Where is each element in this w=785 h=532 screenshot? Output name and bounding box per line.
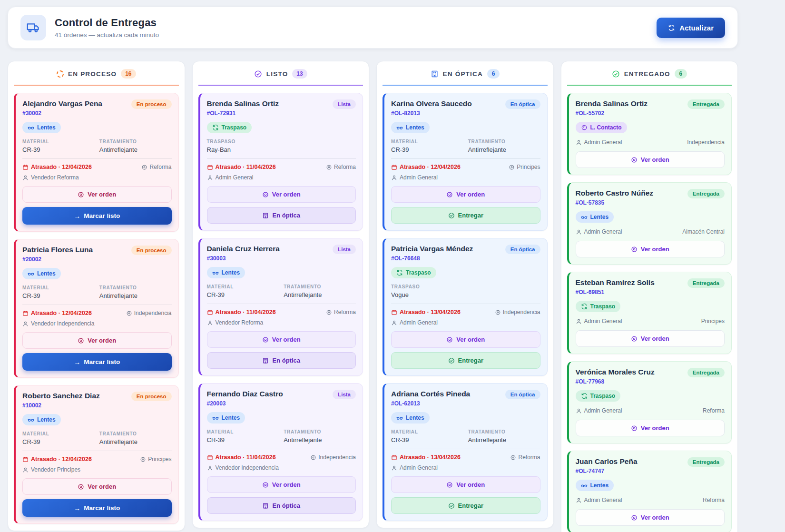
person-icon — [391, 465, 397, 471]
location-icon — [509, 164, 515, 170]
deliver-button[interactable]: Entregar — [391, 497, 540, 514]
person-icon — [576, 229, 582, 235]
column-title: ENTREGADO — [624, 70, 670, 78]
assigned-agent: Admin General — [576, 497, 622, 503]
status-badge: En proceso — [131, 99, 172, 109]
order-card: Adriana Cortés Pineda #OL-62013 En óptic… — [383, 383, 548, 521]
kanban-board: EN PROCESO 16 Alejandro Vargas Pena #300… — [8, 61, 738, 532]
assigned-agent-text: Vendedor Principes — [31, 466, 80, 473]
view-order-button[interactable]: Ver orden — [207, 186, 356, 203]
view-order-label: Ver orden — [641, 156, 669, 163]
view-order-button[interactable]: Ver orden — [576, 151, 725, 168]
customer-name: Patricia Flores Luna — [22, 246, 93, 254]
move-to-optica-button[interactable]: En óptica — [207, 352, 356, 369]
spec-fields: MATERIAL CR-39 TRATAMIENTO Antirreflejan… — [22, 431, 172, 445]
card-meta: Atrasado · 12/04/2026 Independencia Vend… — [22, 305, 172, 327]
eye-icon — [262, 336, 269, 343]
treatment-field: TRATAMIENTO Antirreflejante — [284, 429, 356, 443]
location-icon — [140, 456, 146, 463]
refresh-button[interactable]: Actualizar — [657, 18, 725, 38]
person-icon — [576, 318, 582, 325]
assigned-agent-text: Admin General — [400, 464, 438, 471]
card-header: Brenda Salinas Ortiz #OL-55702 Entregada — [576, 99, 725, 117]
deliver-button[interactable]: Entregar — [391, 207, 540, 224]
view-order-button[interactable]: Ver orden — [391, 476, 540, 493]
material-label: MATERIAL — [22, 431, 95, 436]
product-tag: Lentes — [576, 211, 614, 223]
product-tag: Lentes — [391, 122, 430, 133]
view-order-button[interactable]: Ver orden — [391, 331, 540, 348]
view-order-button[interactable]: Ver orden — [22, 332, 172, 349]
tag-row: Lentes — [207, 412, 356, 424]
move-to-optica-button[interactable]: En óptica — [207, 207, 356, 224]
spec-fields: MATERIAL CR-39 TRATAMIENTO Antirreflejan… — [22, 139, 172, 153]
column-header: EN ÓPTICA 6 — [383, 61, 548, 86]
order-card: Esteban Ramírez Solís #OL-69851 Entregad… — [567, 272, 732, 354]
material-field: MATERIAL CR-39 — [207, 284, 279, 298]
view-order-label: Ver orden — [272, 336, 301, 343]
assigned-agent: Admin General — [576, 139, 622, 146]
assigned-agent: Vendedor Reforma — [22, 174, 172, 181]
glasses-icon — [212, 414, 219, 421]
view-order-label: Ver orden — [272, 191, 301, 198]
product-tag-label: Lentes — [37, 124, 56, 131]
move-to-optica-button[interactable]: En óptica — [207, 497, 356, 514]
material-label: MATERIAL — [22, 285, 95, 290]
calendar-icon — [22, 456, 29, 463]
customer-name: Alejandro Vargas Pena — [22, 99, 102, 108]
column-count-badge: 6 — [487, 69, 500, 79]
location-icon — [310, 454, 316, 461]
treatment-label: TRATAMIENTO — [99, 285, 172, 290]
location-icon — [510, 454, 516, 461]
view-order-button[interactable]: Ver orden — [22, 186, 172, 203]
status-badge: Entregada — [687, 189, 725, 198]
tag-row: Lentes — [391, 412, 540, 424]
card-heading: Juan Carlos Peña #OL-74747 — [576, 457, 638, 474]
mark-ready-button[interactable]: → Marcar listo — [22, 353, 172, 371]
tag-row: L. Contacto — [576, 122, 725, 133]
view-order-button[interactable]: Ver orden — [576, 509, 725, 526]
view-order-button[interactable]: Ver orden — [391, 186, 540, 203]
mark-ready-button[interactable]: → Marcar listo — [22, 207, 172, 225]
customer-name: Karina Olvera Saucedo — [391, 99, 472, 108]
product-tag: Lentes — [391, 412, 430, 424]
view-order-button[interactable]: Ver orden — [576, 330, 725, 347]
product-tag: Traspaso — [391, 267, 436, 278]
deliver-label: Entregar — [458, 357, 483, 364]
customer-name: Juan Carlos Peña — [576, 457, 638, 466]
column-listo: LISTO 13 Brenda Salinas Ortiz #OL-72931 … — [192, 61, 370, 528]
material-value: CR-39 — [207, 436, 279, 443]
treatment-label: TRATAMIENTO — [284, 429, 356, 434]
view-order-label: Ver orden — [88, 337, 116, 344]
card-header: Patricia Flores Luna #20002 En proceso — [22, 246, 172, 263]
product-tag: Traspaso — [576, 301, 621, 312]
view-order-button[interactable]: Ver orden — [576, 241, 725, 257]
material-field: MATERIAL CR-39 — [22, 431, 95, 445]
calendar-icon — [22, 310, 29, 316]
glasses-icon — [28, 270, 34, 277]
view-order-label: Ver orden — [641, 246, 669, 253]
person-icon — [391, 320, 397, 326]
delivery-info-row: Admin General Reforma — [576, 407, 725, 414]
mark-ready-button[interactable]: → Marcar listo — [22, 499, 172, 517]
treatment-field: TRATAMIENTO Antirreflejante — [468, 139, 540, 153]
tag-row: Lentes — [22, 268, 172, 279]
eye-icon — [446, 191, 453, 198]
branch-location-text: Principes — [148, 456, 171, 463]
product-tag-label: Traspaso — [590, 393, 616, 399]
mark-ready-label: Marcar listo — [84, 212, 120, 219]
view-order-button[interactable]: Ver orden — [207, 476, 356, 493]
card-header: Roberto Castro Núñez #OL-57835 Entregada — [576, 189, 725, 206]
transfer-label: TRASPASO — [391, 284, 463, 289]
refresh-button-label: Actualizar — [679, 24, 714, 32]
deliver-button[interactable]: Entregar — [391, 352, 540, 369]
order-card: Patricia Flores Luna #20002 En proceso L… — [14, 239, 179, 378]
branch-location: Independencia — [310, 454, 356, 461]
view-order-button[interactable]: Ver orden — [22, 478, 172, 495]
view-order-button[interactable]: Ver orden — [576, 420, 725, 436]
person-icon — [22, 321, 29, 327]
branch-location: Principes — [140, 456, 171, 463]
column-en-proceso: EN PROCESO 16 Alejandro Vargas Pena #300… — [8, 61, 185, 531]
view-order-button[interactable]: Ver orden — [207, 331, 356, 348]
customer-name: Fernando Diaz Castro — [207, 390, 283, 398]
